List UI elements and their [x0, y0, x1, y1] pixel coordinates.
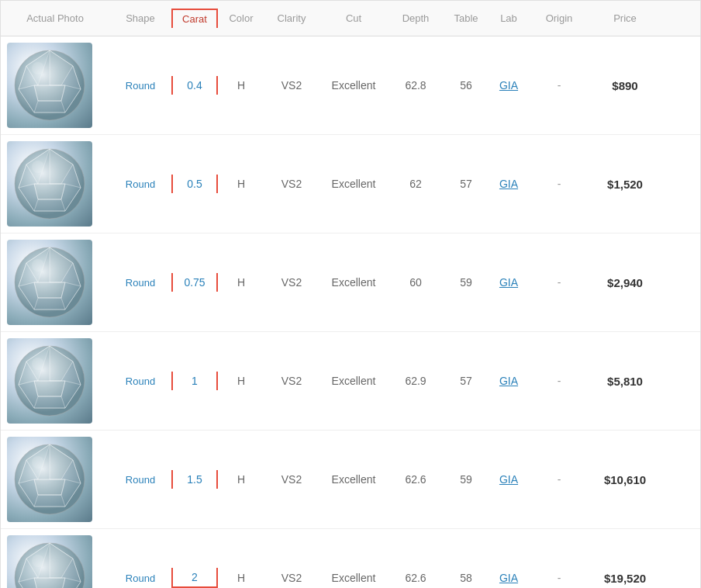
svg-marker-37: [34, 282, 65, 298]
carat-value: 2: [171, 568, 218, 588]
svg-point-13: [32, 62, 44, 74]
svg-point-27: [32, 161, 44, 173]
depth-value: 60: [388, 273, 443, 292]
lab-value[interactable]: GIA: [489, 569, 528, 587]
color-value: H: [218, 372, 264, 390]
origin-value: -: [528, 372, 590, 390]
diamond-image: [7, 437, 92, 522]
table-value: 57: [443, 175, 489, 193]
table-value: 56: [443, 76, 489, 95]
price-value: $19,520: [590, 569, 660, 588]
carat-value: 1.5: [171, 470, 218, 489]
svg-marker-23: [34, 184, 65, 199]
diamond-photo[interactable]: [1, 36, 109, 134]
cut-value: Excellent: [319, 273, 388, 292]
table-row: Round 0.5 H VS2 Excellent 62 57 GIA - $1…: [1, 135, 700, 233]
depth-value: 62.9: [388, 372, 443, 390]
svg-point-55: [32, 358, 44, 370]
table-row: Round 1 H VS2 Excellent 62.9 57 GIA - $5…: [1, 332, 700, 431]
diamond-photo[interactable]: [1, 332, 109, 430]
diamond-photo[interactable]: [1, 431, 109, 528]
diamond-photo[interactable]: [1, 135, 109, 233]
clarity-value: VS2: [264, 175, 319, 193]
shape-value: Round: [109, 569, 171, 587]
clarity-value: VS2: [264, 569, 319, 587]
lab-value[interactable]: GIA: [489, 76, 528, 95]
header-depth: Depth: [388, 9, 443, 27]
svg-point-83: [32, 555, 44, 567]
clarity-value: VS2: [264, 273, 319, 292]
svg-marker-19: [34, 199, 65, 211]
table-row: Round 0.75 H VS2 Excellent 60 59 GIA - $…: [1, 233, 700, 332]
svg-marker-5: [34, 101, 65, 112]
diamond-photo[interactable]: [1, 233, 109, 331]
lab-value[interactable]: GIA: [489, 175, 528, 193]
depth-value: 62.6: [388, 470, 443, 489]
cut-value: Excellent: [319, 76, 388, 95]
table-value: 59: [443, 470, 489, 489]
svg-marker-51: [34, 381, 65, 396]
cut-value: Excellent: [319, 175, 388, 193]
header-lab: Lab: [489, 9, 528, 27]
depth-value: 62: [388, 175, 443, 193]
svg-marker-61: [34, 495, 65, 507]
diamond-photo[interactable]: [1, 529, 109, 588]
depth-value: 62.8: [388, 76, 443, 95]
color-value: H: [218, 470, 264, 489]
color-value: H: [218, 76, 264, 95]
cut-value: Excellent: [319, 470, 388, 489]
shape-value: Round: [109, 77, 171, 95]
header-cut: Cut: [319, 9, 388, 27]
table-value: 57: [443, 372, 489, 390]
price-value: $5,810: [590, 372, 660, 391]
color-value: H: [218, 569, 264, 587]
shape-value: Round: [109, 274, 171, 292]
svg-marker-65: [34, 479, 65, 495]
shape-value: Round: [109, 471, 171, 489]
origin-value: -: [528, 569, 590, 587]
svg-marker-9: [34, 85, 65, 101]
price-value: $1,520: [590, 175, 660, 194]
diamond-image: [7, 240, 92, 325]
header-origin: Origin: [528, 9, 590, 27]
table-value: 59: [443, 273, 489, 292]
origin-value: -: [528, 175, 590, 193]
header-table: Table: [443, 9, 489, 27]
price-value: $10,610: [590, 470, 660, 489]
diamond-image: [7, 141, 92, 227]
clarity-value: VS2: [264, 372, 319, 390]
table-row: Round 0.4 H VS2 Excellent 62.8 56 GIA - …: [1, 36, 700, 135]
shape-value: Round: [109, 175, 171, 193]
header-price: Price: [590, 9, 660, 27]
table-row: Round 1.5 H VS2 Excellent 62.6 59 GIA - …: [1, 431, 700, 529]
lab-value[interactable]: GIA: [489, 470, 528, 489]
cut-value: Excellent: [319, 569, 388, 587]
depth-value: 62.6: [388, 569, 443, 587]
shape-value: Round: [109, 372, 171, 390]
diamond-table: Actual Photo Shape Carat Color Clarity C…: [0, 0, 701, 588]
color-value: H: [218, 273, 264, 292]
price-value: $890: [590, 76, 660, 95]
header-clarity: Clarity: [264, 9, 319, 27]
svg-point-69: [32, 456, 44, 469]
header-shape: Shape: [109, 9, 171, 27]
header-color: Color: [218, 9, 264, 27]
carat-value: 0.4: [171, 76, 218, 95]
color-value: H: [218, 175, 264, 193]
lab-value[interactable]: GIA: [489, 372, 528, 390]
svg-marker-47: [34, 396, 65, 408]
clarity-value: VS2: [264, 470, 319, 489]
header-carat[interactable]: Carat: [171, 9, 218, 28]
header-photo: Actual Photo: [1, 9, 109, 27]
origin-value: -: [528, 470, 590, 489]
price-value: $2,940: [590, 273, 660, 292]
carat-value: 1: [171, 372, 218, 390]
carat-value: 0.75: [171, 273, 218, 292]
clarity-value: VS2: [264, 76, 319, 95]
svg-marker-79: [34, 578, 65, 588]
origin-value: -: [528, 273, 590, 292]
table-body: Round 0.4 H VS2 Excellent 62.8 56 GIA - …: [1, 36, 700, 588]
origin-value: -: [528, 76, 590, 95]
lab-value[interactable]: GIA: [489, 273, 528, 292]
diamond-image: [7, 43, 92, 128]
